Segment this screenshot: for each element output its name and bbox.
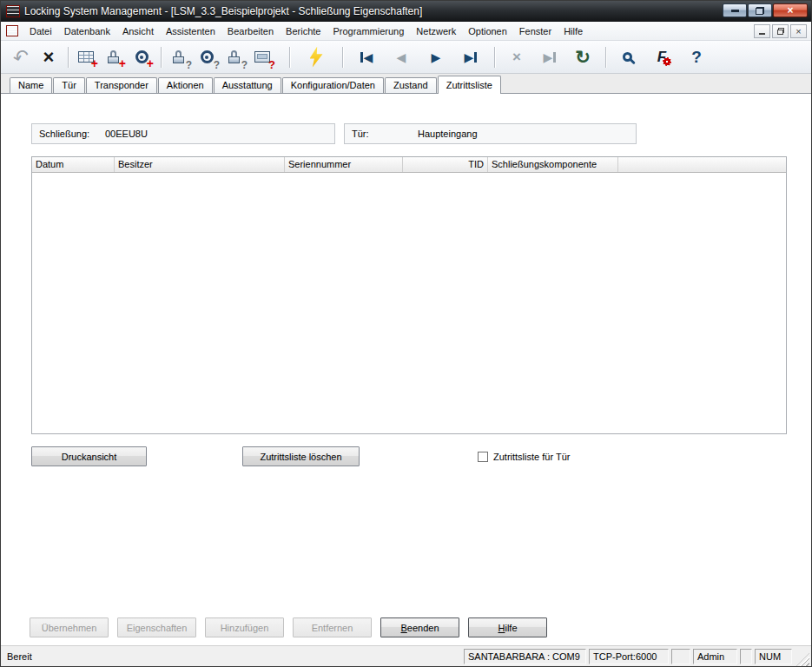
restore-icon — [756, 7, 764, 15]
menu-fenster[interactable]: Fenster — [513, 23, 558, 39]
menu-programmierung[interactable]: Programmierung — [327, 23, 410, 39]
access-list-table: Datum Besitzer Seriennummer TID Schließu… — [31, 156, 787, 434]
read-lock-button[interactable]: ? — [166, 44, 192, 70]
door-field: Tür: Haupteingang — [344, 123, 637, 144]
menu-optionen[interactable]: Optionen — [462, 23, 513, 39]
filter-settings-button[interactable]: F — [649, 44, 675, 70]
column-header-seriennummer[interactable]: Seriennummer — [285, 157, 403, 172]
apply-button[interactable]: Übernehmen — [30, 617, 109, 637]
tab-transponder[interactable]: Transponder — [86, 77, 157, 93]
access-list-for-door-label: Zutrittsliste für Tür — [493, 452, 570, 462]
child-minimize-button[interactable] — [754, 24, 770, 38]
disconnect-button[interactable]: × — [36, 44, 62, 70]
tab-aktionen[interactable]: Aktionen — [158, 77, 213, 93]
last-record-icon: ▶ — [465, 51, 478, 63]
column-header-empty[interactable] — [618, 157, 786, 172]
read-lock-2-icon: ? — [225, 48, 244, 67]
status-spacer — [740, 649, 752, 664]
tab-zutrittsliste[interactable]: Zutrittsliste — [438, 76, 501, 94]
undo-button[interactable]: ↶ — [8, 44, 34, 70]
refresh-icon: ↻ — [575, 48, 591, 66]
new-locking-system-button[interactable]: + — [73, 44, 99, 70]
minimize-icon — [731, 10, 739, 12]
app-logo-icon[interactable] — [6, 5, 20, 17]
door-label: Tür: — [352, 129, 406, 139]
dialog-button-bar: Übernehmen Eigenschaften Hinzufügen Entf… — [1, 611, 811, 645]
column-header-schliessungskomponente[interactable]: Schließungskomponente — [488, 157, 618, 172]
caption-buttons: × — [723, 3, 808, 17]
dialog-help-button[interactable]: Hilfe — [468, 617, 547, 637]
menu-datenbank[interactable]: Datenbank — [58, 23, 116, 39]
access-list-for-door-checkbox[interactable] — [478, 452, 488, 462]
cancel-x-icon: × — [512, 49, 521, 66]
next-record-icon: ▶ — [432, 51, 441, 63]
read-transponder-button[interactable]: ? — [194, 44, 220, 70]
status-spacer — [671, 649, 690, 664]
toolbar: ↶ × + + + ? ? ? ? ◀ — [1, 41, 811, 74]
close-icon: × — [787, 4, 793, 17]
restore-button[interactable] — [748, 3, 772, 17]
menu-bearbeiten[interactable]: Bearbeiten — [221, 23, 280, 39]
new-transponder-button[interactable]: + — [129, 44, 155, 70]
undo-icon: ↶ — [10, 45, 31, 68]
tab-name[interactable]: Name — [10, 77, 52, 93]
status-server: SANTABARBARA : COM9 — [464, 649, 586, 664]
resize-grip[interactable] — [796, 653, 809, 666]
window-title: Locking System Management - [LSM_3.3_Bei… — [24, 5, 717, 17]
last-record-button[interactable]: ▶ — [458, 44, 484, 70]
cancel-button[interactable]: × — [504, 44, 530, 70]
child-minimize-icon — [759, 33, 765, 35]
help-icon: ? — [691, 49, 702, 65]
lock-field: Schließung: 00EEU8U — [31, 123, 335, 144]
new-lock-button[interactable]: + — [101, 44, 127, 70]
read-display-button[interactable]: ? — [249, 44, 275, 70]
child-window-icon[interactable] — [6, 25, 18, 36]
program-lightning-icon — [310, 47, 323, 68]
child-close-button[interactable]: × — [790, 24, 807, 38]
search-icon — [623, 52, 632, 62]
properties-button[interactable]: Eigenschaften — [117, 617, 196, 637]
menu-datei[interactable]: Datei — [23, 23, 58, 39]
skip-record-button[interactable]: ▶ — [537, 44, 563, 70]
next-record-button[interactable]: ▶ — [423, 44, 449, 70]
column-header-datum[interactable]: Datum — [32, 157, 115, 172]
tab-ausstattung[interactable]: Ausstattung — [214, 77, 281, 93]
program-button[interactable] — [303, 44, 329, 70]
toolbar-separator — [494, 47, 495, 68]
exit-button[interactable]: Beenden — [380, 617, 459, 637]
remove-button[interactable]: Entfernen — [293, 617, 372, 637]
minimize-button[interactable] — [723, 3, 747, 17]
menu-netzwerk[interactable]: Netzwerk — [410, 23, 462, 39]
tab-konfiguration-daten[interactable]: Konfiguration/Daten — [282, 77, 384, 93]
column-header-tid[interactable]: TID — [403, 157, 488, 172]
tab-zustand[interactable]: Zustand — [385, 77, 437, 93]
access-list-header: Datum Besitzer Seriennummer TID Schließu… — [32, 157, 786, 173]
child-restore-icon — [777, 28, 784, 35]
toolbar-separator — [68, 47, 69, 68]
door-value: Haupteingang — [418, 129, 478, 139]
child-restore-button[interactable] — [772, 24, 789, 38]
zutrittsliste-panel: Schließung: 00EEU8U Tür: Haupteingang Da… — [1, 93, 811, 611]
menu-hilfe[interactable]: Hilfe — [558, 23, 589, 39]
lock-value: 00EEU8U — [105, 129, 148, 139]
menu-ansicht[interactable]: Ansicht — [116, 23, 160, 39]
previous-record-button[interactable]: ◀ — [388, 44, 414, 70]
print-view-button[interactable]: Druckansicht — [31, 446, 147, 466]
new-lock-icon: + — [104, 48, 123, 67]
toolbar-separator — [342, 47, 343, 68]
tab-tuer[interactable]: Tür — [53, 77, 85, 93]
help-button[interactable]: ? — [683, 44, 710, 70]
add-button[interactable]: Hinzufügen — [205, 617, 284, 637]
lock-info-row: Schließung: 00EEU8U Tür: Haupteingang — [31, 123, 785, 144]
toolbar-separator — [605, 47, 606, 68]
menu-assistenten[interactable]: Assistenten — [160, 23, 221, 39]
statusbar: Bereit SANTABARBARA : COM9 TCP-Port:6000… — [1, 645, 811, 666]
read-lock-2-button[interactable]: ? — [221, 44, 248, 70]
first-record-button[interactable]: ◀ — [353, 44, 380, 70]
refresh-button[interactable]: ↻ — [570, 44, 596, 70]
column-header-besitzer[interactable]: Besitzer — [115, 157, 285, 172]
clear-access-list-button[interactable]: Zutrittsliste löschen — [242, 446, 360, 466]
menu-berichte[interactable]: Berichte — [280, 23, 327, 39]
close-button[interactable]: × — [773, 3, 808, 17]
search-button[interactable] — [614, 44, 640, 70]
